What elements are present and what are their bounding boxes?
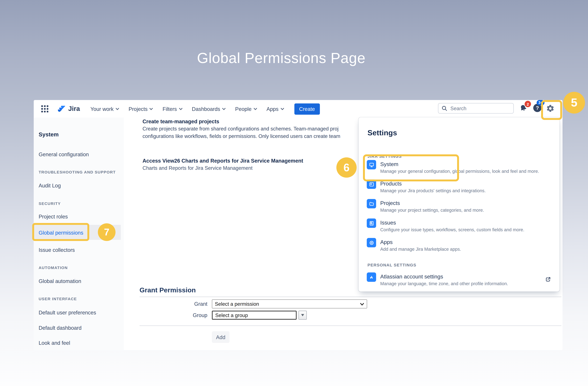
sidebar-item-default-dashboard[interactable]: Default dashboard — [39, 325, 82, 331]
menu-item-issues[interactable]: Issues — [380, 220, 396, 225]
chevron-down-icon — [116, 108, 119, 110]
page-title: Global Permissions Page — [0, 50, 563, 66]
top-navbar: Jira Your work Projects Filters Dashboar… — [34, 100, 563, 118]
menu-item-projects-desc: Manage your project settings, categories… — [380, 207, 484, 213]
grant-permission-heading: Grant Permission — [140, 286, 196, 294]
personal-settings-header: PERSONAL SETTINGS — [367, 263, 416, 267]
jira-mark-icon — [58, 105, 66, 113]
annotation-circle-6: 6 — [336, 157, 357, 178]
triangle-down-icon — [301, 314, 304, 316]
search-box[interactable] — [438, 103, 514, 114]
sidebar-item-global-automation[interactable]: Global automation — [39, 278, 81, 284]
nav-item-filters[interactable]: Filters — [160, 104, 185, 113]
app-switcher-icon[interactable] — [40, 104, 50, 114]
sidebar-header-automation: AUTOMATION — [39, 265, 68, 270]
nav-item-apps[interactable]: Apps — [264, 104, 286, 113]
search-input[interactable] — [450, 105, 507, 111]
notifications-button[interactable]: 2 — [518, 103, 528, 113]
menu-item-system[interactable]: System — [380, 161, 399, 167]
jira-app-window: Jira Your work Projects Filters Dashboar… — [34, 100, 563, 350]
apps-target-icon — [367, 238, 376, 247]
permission-title-team-managed: Create team-managed projects — [143, 119, 219, 124]
help-count-badge: 3+ — [537, 100, 545, 105]
permission-desc-line1: Create projects separate from shared con… — [143, 126, 339, 132]
sidebar-item-issue-collectors[interactable]: Issue collectors — [39, 247, 75, 253]
annotation-circle-7: 7 — [98, 223, 116, 241]
chevron-down-icon — [280, 108, 284, 110]
menu-item-issues-desc: Configure your issue types, workflows, s… — [380, 227, 525, 232]
screenshot-stage: Global Permissions Page — [0, 0, 588, 386]
menu-item-projects[interactable]: Projects — [380, 200, 400, 206]
group-select[interactable]: Select a group — [212, 311, 296, 320]
nav-item-people[interactable]: People — [233, 104, 259, 113]
jira-logo-text: Jira — [68, 105, 80, 113]
annotation-circle-5: 5 — [563, 92, 585, 114]
sidebar-item-general-configuration[interactable]: General configuration — [39, 151, 89, 157]
settings-dropdown-panel: Settings JIRA SETTINGS System Manage you… — [358, 117, 560, 292]
menu-item-products[interactable]: Products — [380, 181, 402, 187]
help-button[interactable]: ? 3+ — [532, 103, 542, 113]
grid-icon — [41, 105, 48, 113]
gear-icon — [546, 104, 554, 113]
sidebar-header-user-interface: USER INTERFACE — [39, 297, 77, 301]
divider — [140, 297, 561, 297]
menu-item-system-desc: Manage your general configuration, globa… — [380, 169, 539, 174]
create-button[interactable]: Create — [294, 103, 320, 115]
select-chevron-icon — [360, 303, 364, 305]
add-button[interactable]: Add — [212, 331, 230, 343]
products-card-icon — [367, 180, 376, 189]
divider — [140, 325, 561, 326]
settings-panel-title: Settings — [367, 128, 397, 137]
settings-sidebar: System General configuration TROUBLESHOO… — [34, 118, 124, 350]
sidebar-item-audit-log[interactable]: Audit Log — [39, 183, 61, 188]
jira-settings-header: JIRA SETTINGS — [367, 154, 402, 159]
group-select-dropdown-button[interactable] — [298, 311, 307, 320]
menu-item-products-desc: Manage your Jira products' settings and … — [380, 188, 486, 193]
issues-checklist-icon — [367, 219, 376, 228]
notifications-count-badge: 2 — [525, 101, 531, 107]
navbar-left: Jira Your work Projects Filters Dashboar… — [34, 103, 320, 115]
menu-item-atlassian-account-desc: Manage your language, time zone, and oth… — [380, 281, 508, 286]
sidebar-header-troubleshooting: TROUBLESHOOTING AND SUPPORT — [39, 170, 116, 174]
chevron-down-icon — [253, 108, 257, 110]
sidebar-item-project-roles[interactable]: Project roles — [39, 214, 68, 220]
sidebar-item-look-and-feel[interactable]: Look and feel — [39, 340, 70, 346]
permission-title-view26: Access View26 Charts and Reports for Jir… — [143, 158, 303, 164]
sidebar-title: System — [39, 131, 59, 138]
permission-desc-line2: configurations like workflows, fields or… — [143, 133, 340, 139]
grant-permission-select[interactable]: Select a permission — [212, 299, 367, 308]
group-field-label: Group — [137, 312, 208, 318]
external-link-icon[interactable] — [545, 276, 551, 283]
menu-item-atlassian-account[interactable]: Atlassian account settings — [380, 274, 443, 280]
atlassian-logo-icon — [367, 272, 376, 282]
settings-gear-button[interactable] — [545, 103, 556, 114]
chevron-down-icon — [149, 108, 153, 110]
sidebar-item-global-permissions[interactable]: Global permissions — [39, 230, 83, 236]
nav-item-projects[interactable]: Projects — [126, 104, 155, 113]
menu-item-apps[interactable]: Apps — [380, 239, 393, 245]
search-icon — [442, 106, 447, 111]
nav-item-dashboards[interactable]: Dashboards — [189, 104, 228, 113]
sidebar-header-security: SECURITY — [39, 201, 61, 206]
projects-folder-icon — [367, 199, 376, 208]
chevron-down-icon — [222, 108, 226, 110]
system-monitor-icon — [367, 160, 376, 169]
permission-desc-view26: Charts and Reports for Jira Service Mana… — [143, 165, 252, 171]
menu-item-apps-desc: Add and manage Jira Marketplace apps. — [380, 246, 461, 252]
grant-field-label: Grant — [137, 301, 208, 307]
jira-logo[interactable]: Jira — [58, 105, 80, 113]
sidebar-item-default-user-preferences[interactable]: Default user preferences — [39, 310, 96, 316]
nav-item-your-work[interactable]: Your work — [88, 104, 122, 113]
chevron-down-icon — [179, 108, 182, 110]
